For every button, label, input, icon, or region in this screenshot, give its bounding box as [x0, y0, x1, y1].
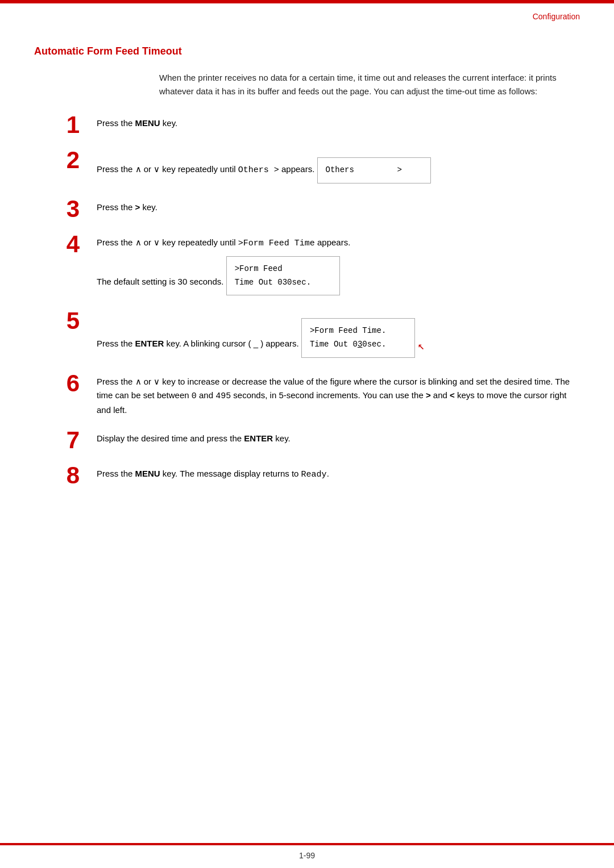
menu-key-8: MENU [135, 469, 160, 478]
step-2-code-box: Others > [317, 157, 431, 183]
step-4-number: 4 [34, 231, 80, 256]
step-6: 6 Press the ∧ or ∨ key to increase or de… [34, 370, 580, 417]
cursor-pos: 3 [358, 340, 362, 349]
header: Configuration [533, 11, 580, 21]
step-3-content: Press the > key. [97, 196, 580, 214]
step-6-mono-495: 495 [215, 391, 231, 401]
step-4-mono: >Form Feed Time [238, 239, 315, 248]
step-2-number: 2 [34, 147, 80, 172]
step-7: 7 Display the desired time and press the… [34, 427, 580, 452]
step-8-content: Press the MENU key. The message display … [97, 462, 580, 482]
step-2-content: Press the ∧ or ∨ key repeatedly until Ot… [97, 147, 580, 186]
step-6-content: Press the ∧ or ∨ key to increase or decr… [97, 370, 580, 417]
step-5-content: Press the ENTER key. A blinking cursor (… [97, 308, 580, 360]
step-7-number: 7 [34, 427, 80, 452]
step-5-code-box: >Form Feed Time. Time Out 030sec. ↖ [301, 318, 415, 358]
intro-paragraph: When the printer receives no data for a … [159, 71, 580, 98]
step-8: 8 Press the MENU key. The message displa… [34, 462, 580, 487]
header-config-label: Configuration [533, 12, 580, 21]
cursor-arrow-icon: ↖ [418, 337, 425, 356]
gt-key: > [135, 202, 140, 212]
page-container: Configuration Automatic Form Feed Timeou… [0, 0, 614, 868]
main-content: Automatic Form Feed Timeout When the pri… [34, 45, 580, 498]
step-8-number: 8 [34, 462, 80, 487]
footer: 1-99 [299, 851, 315, 860]
step-1: 1 Press the MENU key. [34, 112, 580, 137]
step-5-number: 5 [34, 308, 80, 333]
step-2-mono: Others > [238, 165, 279, 175]
step-7-content: Display the desired time and press the E… [97, 427, 580, 445]
step-3: 3 Press the > key. [34, 196, 580, 221]
step-6-mono-0: 0 [192, 391, 197, 401]
step-1-number: 1 [34, 112, 80, 137]
step-3-number: 3 [34, 196, 80, 221]
step-6-number: 6 [34, 370, 80, 395]
enter-key-5: ENTER [135, 339, 164, 348]
top-bar [0, 0, 614, 3]
step-1-content: Press the MENU key. [97, 112, 580, 130]
step-4: 4 Press the ∧ or ∨ key repeatedly until … [34, 231, 580, 298]
step-4-code-box: >Form FeedTime Out 030sec. [226, 256, 340, 296]
step-8-ready: Ready [301, 470, 327, 479]
step-5: 5 Press the ENTER key. A blinking cursor… [34, 308, 580, 360]
lt-key-6: < [450, 390, 455, 400]
step-4-content: Press the ∧ or ∨ key repeatedly until >F… [97, 231, 580, 298]
page-number: 1-99 [299, 851, 315, 860]
steps-list: 1 Press the MENU key. 2 Press the ∧ or ∨… [34, 112, 580, 487]
menu-key-1: MENU [135, 118, 160, 128]
bottom-bar [0, 843, 614, 845]
step-2: 2 Press the ∧ or ∨ key repeatedly until … [34, 147, 580, 186]
enter-key-7: ENTER [244, 433, 273, 443]
gt-key-6: > [426, 390, 431, 400]
section-title: Automatic Form Feed Timeout [34, 45, 580, 57]
